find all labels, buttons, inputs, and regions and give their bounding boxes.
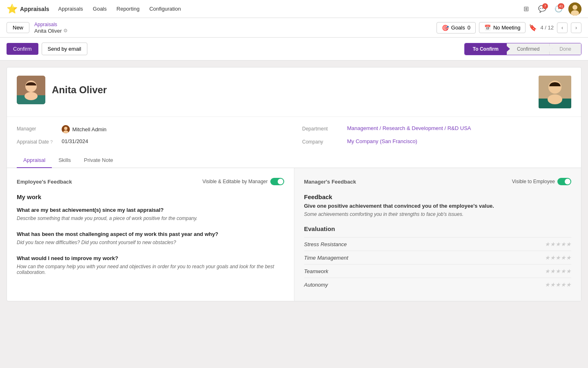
manager-value: Mitchell Admin [62,125,107,133]
employee-visibility-switch[interactable] [270,178,284,185]
department-label: Department [302,125,343,132]
manager-visibility-switch[interactable] [557,178,571,185]
confirm-button[interactable]: Confirm [7,43,38,55]
status-pipeline: To Confirm Confirmed Done [464,43,581,55]
record-card: Anita Oliver Manager [7,67,581,301]
employee-panel-header: Employee's Feedback Visible & Editable b… [17,178,284,185]
goals-count: 0 [468,25,470,31]
evaluation-title: Evaluation [304,225,572,232]
tab-skills[interactable]: Skills [52,153,77,168]
svg-point-12 [64,127,67,130]
activity-button[interactable]: 🕐 41 [552,2,565,16]
prev-record-button[interactable]: ‹ [557,22,568,33]
company-field: Company My Company (San Francisco) [302,138,571,145]
nav-goals[interactable]: Goals [89,3,111,14]
question-3: What would I need to improve my work? Ho… [17,255,284,275]
breadcrumb-current-text: Anita Oliver [34,28,62,34]
breadcrumb-parent[interactable]: Appraisals [34,22,68,27]
nav-reporting[interactable]: Reporting [112,3,143,14]
manager-panel-title: Manager's Feedback [304,179,356,185]
activity-badge: 41 [558,3,564,9]
main-content: Anita Oliver Manager [0,61,588,308]
breadcrumb-current: Anita Oliver ⚙ [34,28,68,34]
tabs-bar: Appraisal Skills Private Note [7,153,581,168]
manager-visibility-label: Visible to Employee [512,179,555,184]
time-stars[interactable]: ★★★★★ [545,254,571,261]
question-2: What has been the most challenging aspec… [17,231,284,245]
employee-name: Anita Oliver [52,84,107,96]
company-label: Company [302,138,343,145]
question-1: What are my best achievement(s) since my… [17,207,284,221]
question-2-title: What has been the most challenging aspec… [17,231,284,237]
eval-label-autonomy: Autonomy [304,282,328,288]
tab-appraisal[interactable]: Appraisal [17,153,52,168]
help-icon[interactable]: ? [50,139,53,144]
sub-header: New Appraisals Anita Oliver ⚙ 🎯 Goals 0 … [0,18,588,38]
feedback-section-title: Feedback [304,193,572,200]
department-value[interactable]: Management / Research & Development / R&… [347,125,471,131]
messages-button[interactable]: 💬 7 [536,2,549,16]
app-name: Appraisals [20,6,49,12]
eval-label-teamwork: Teamwork [304,268,328,274]
no-meeting-label: No Meeting [493,25,520,31]
eval-row-stress: Stress Resistance ★★★★★ [304,237,572,251]
settings-gear-icon[interactable]: ⚙ [63,28,68,34]
feedback-question: Give one positive achievement that convi… [304,203,572,209]
tab-private-note[interactable]: Private Note [78,153,120,168]
my-work-title: My work [17,193,284,200]
logo-star-icon: ⭐ [7,4,18,14]
goals-label: Goals [451,25,465,31]
eval-row-time: Time Management ★★★★★ [304,251,572,264]
messages-badge: 7 [542,3,548,9]
autonomy-stars[interactable]: ★★★★★ [545,281,571,288]
record-counter: 4 / 12 [540,25,554,31]
record-fields: Manager Mitchell Admin Department Manage… [7,117,581,153]
feedback-hint: Some achievements comforting you in thei… [304,211,572,217]
question-3-hint: How can the company help you with your n… [17,264,284,275]
record-header: Anita Oliver [7,67,581,117]
record-photo [539,76,571,108]
employee-panel-title: Employee's Feedback [17,179,72,185]
header-actions: 🎯 Goals 0 📅 No Meeting 🔖 4 / 12 ‹ › [437,22,581,34]
department-field: Department Management / Research & Devel… [302,125,571,133]
pipeline-step-done[interactable]: Done [549,43,581,55]
question-1-title: What are my best achievement(s) since my… [17,207,284,213]
grid-menu-button[interactable]: ⊞ [519,2,532,16]
breadcrumb: Appraisals Anita Oliver ⚙ [34,22,68,34]
company-value[interactable]: My Company (San Francisco) [347,138,417,144]
nav-appraisals[interactable]: Appraisals [54,3,87,14]
appraisal-date-label: Appraisal Date ? [17,138,58,145]
pipeline-step-confirmed[interactable]: Confirmed [507,43,549,55]
goals-button[interactable]: 🎯 Goals 0 [437,22,476,34]
record-identity: Anita Oliver [17,76,107,104]
appraisal-date-field: Appraisal Date ? 01/31/2024 [17,138,286,145]
teamwork-stars[interactable]: ★★★★★ [545,268,571,274]
stress-stars[interactable]: ★★★★★ [545,241,571,247]
employee-avatar [17,76,45,104]
app-logo[interactable]: ⭐ Appraisals [7,4,49,14]
nav-configuration[interactable]: Configuration [145,3,185,14]
manager-label: Manager [17,125,58,132]
employee-visibility-toggle: Visible & Editable by Manager [203,178,284,185]
action-bar: Confirm Send by email To Confirm Confirm… [0,38,588,61]
next-record-button[interactable]: › [571,22,581,33]
appraisal-body: Employee's Feedback Visible & Editable b… [7,168,581,301]
calendar-icon: 📅 [484,25,491,31]
manager-visibility-toggle: Visible to Employee [512,178,571,185]
grid-icon: ⊞ [523,5,529,13]
employee-feedback-panel: Employee's Feedback Visible & Editable b… [7,168,294,301]
appraisal-date-value: 01/31/2024 [62,138,88,144]
top-nav: ⭐ Appraisals Appraisals Goals Reporting … [0,0,588,18]
manager-field: Manager Mitchell Admin [17,125,286,133]
manager-feedback-panel: Manager's Feedback Visible to Employee F… [294,168,581,301]
question-2-hint: Did you face new difficulties? Did you c… [17,240,284,245]
goals-target-icon: 🎯 [442,25,449,31]
user-avatar[interactable] [568,2,581,16]
eval-label-time: Time Management [304,255,348,261]
manager-avatar-sm [62,125,70,133]
pipeline-step-to-confirm[interactable]: To Confirm [465,43,507,55]
no-meeting-button[interactable]: 📅 No Meeting [479,22,526,33]
bookmark-icon[interactable]: 🔖 [529,24,537,31]
new-button[interactable]: New [7,22,29,33]
send-email-button[interactable]: Send by email [42,43,87,55]
